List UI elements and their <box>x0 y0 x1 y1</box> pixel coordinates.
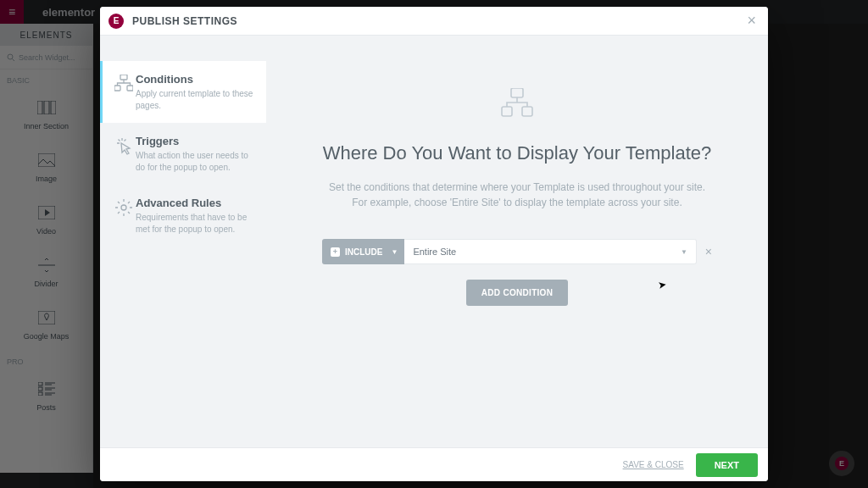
settings-main: Where Do You Want to Display Your Templa… <box>266 36 768 447</box>
next-button[interactable]: NEXT <box>696 453 758 477</box>
cursor-icon: ➤ <box>657 278 667 291</box>
svg-rect-20 <box>114 86 120 91</box>
modal-title: PUBLISH SETTINGS <box>132 15 237 27</box>
chevron-down-icon: ▼ <box>391 248 398 256</box>
svg-rect-21 <box>127 86 133 91</box>
click-icon <box>112 135 136 173</box>
main-subtext: Set the conditions that determine where … <box>322 180 712 210</box>
tab-conditions[interactable]: Conditions Apply current template to the… <box>100 61 266 123</box>
publish-settings-modal: E PUBLISH SETTINGS × Conditions Apply cu… <box>100 7 768 481</box>
svg-rect-19 <box>120 75 127 80</box>
condition-select[interactable]: Entire Site ▼ <box>404 239 696 264</box>
gear-icon <box>112 197 136 235</box>
sitemap-hero-icon <box>500 88 534 120</box>
condition-value: Entire Site <box>413 247 456 257</box>
condition-row: + INCLUDE ▼ Entire Site ▼ × <box>322 239 712 264</box>
save-close-button[interactable]: SAVE & CLOSE <box>623 460 684 469</box>
nav-title: Triggers <box>136 135 256 147</box>
tab-advanced-rules[interactable]: Advanced Rules Requirements that have to… <box>100 185 266 247</box>
modal-header: E PUBLISH SETTINGS × <box>100 7 768 36</box>
nav-title: Advanced Rules <box>136 197 256 209</box>
nav-desc: Apply current template to these pages. <box>136 88 256 111</box>
chevron-down-icon: ▼ <box>681 248 687 256</box>
svg-rect-24 <box>502 107 512 116</box>
close-button[interactable]: × <box>743 12 760 30</box>
sitemap-icon <box>112 73 136 111</box>
remove-condition-button[interactable]: × <box>705 245 712 258</box>
modal-body: Conditions Apply current template to the… <box>100 36 768 447</box>
svg-rect-25 <box>522 107 532 116</box>
nav-desc: Requirements that have to be met for the… <box>136 212 256 235</box>
svg-point-22 <box>121 205 126 210</box>
add-condition-button[interactable]: ADD CONDITION <box>466 280 568 306</box>
include-dropdown[interactable]: + INCLUDE ▼ <box>322 239 404 264</box>
svg-rect-23 <box>511 88 523 97</box>
main-heading: Where Do You Want to Display Your Templa… <box>323 142 712 164</box>
modal-footer: SAVE & CLOSE NEXT <box>100 447 768 481</box>
elementor-logo-icon: E <box>108 14 124 29</box>
tab-triggers[interactable]: Triggers What action the user needs to d… <box>100 123 266 185</box>
settings-nav: Conditions Apply current template to the… <box>100 36 266 447</box>
nav-desc: What action the user needs to do for the… <box>136 150 256 173</box>
nav-title: Conditions <box>136 73 256 86</box>
include-label: INCLUDE <box>345 247 382 257</box>
plus-icon: + <box>331 247 340 257</box>
